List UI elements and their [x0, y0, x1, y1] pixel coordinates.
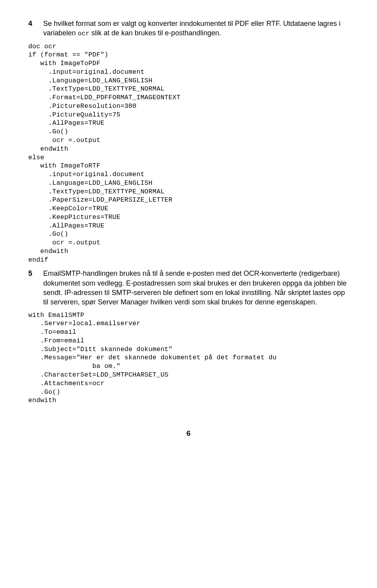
step-5: 5 EmailSMTP-handlingen brukes nå til å s…: [28, 269, 349, 307]
step-number: 4: [28, 19, 36, 28]
step-text: Se hvilket format som er valgt og konver…: [43, 19, 349, 38]
step-text-post: slik at de kan brukes til e-posthandling…: [90, 29, 221, 37]
inline-code-ocr: ocr: [78, 30, 90, 37]
code-block-1: doc ocr if (format == "PDF") with ImageT…: [28, 42, 349, 264]
page-number: 6: [28, 428, 349, 439]
step-number: 5: [28, 269, 36, 278]
step-4: 4 Se hvilket format som er valgt og konv…: [28, 19, 349, 38]
code-block-2: with EmailSMTP .Server=local.emailserver…: [28, 311, 349, 405]
step-text: EmailSMTP-handlingen brukes nå til å sen…: [43, 269, 349, 307]
